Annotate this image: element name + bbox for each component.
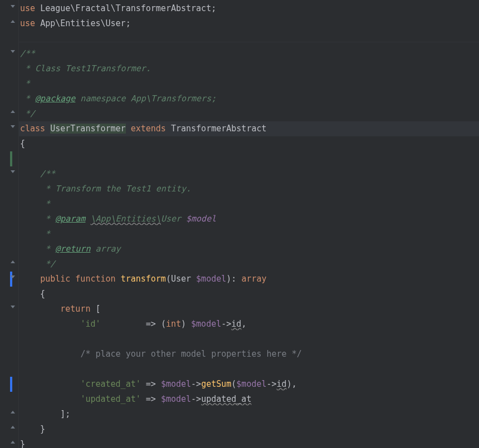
phpdoc-type-class: User bbox=[161, 214, 186, 224]
namespace-path: App\Entities\User bbox=[40, 18, 126, 28]
phpdoc-line: * bbox=[20, 214, 55, 224]
vcs-change-marker bbox=[10, 377, 12, 392]
code-line[interactable]: } bbox=[19, 422, 479, 437]
fold-marker[interactable] bbox=[9, 274, 16, 281]
vcs-change-marker bbox=[10, 151, 12, 166]
code-line[interactable]: { bbox=[19, 136, 479, 151]
property-updated-at: updated_at bbox=[201, 394, 251, 404]
variable: $model bbox=[161, 394, 191, 404]
namespace-path: League\Fractal\TransformerAbstract bbox=[40, 3, 211, 13]
phpdoc-line: * Class Test1Transformer. bbox=[20, 63, 151, 73]
phpdoc-line: * bbox=[20, 78, 30, 88]
fold-marker[interactable] bbox=[9, 4, 16, 11]
phpdoc-tag-package: @package bbox=[35, 93, 75, 104]
bracket-close: ]; bbox=[60, 409, 70, 419]
fold-marker[interactable] bbox=[9, 440, 16, 446]
phpdoc-text: namespace App\Transformers; bbox=[75, 93, 216, 104]
fold-marker[interactable] bbox=[9, 49, 16, 56]
fold-marker[interactable] bbox=[9, 169, 16, 176]
code-line[interactable]: * @param \App\Entities\User $model bbox=[19, 211, 479, 227]
phpdoc-variable: $model bbox=[186, 214, 216, 224]
code-line[interactable]: public function transform(User $model): … bbox=[19, 272, 479, 287]
keyword-function: function bbox=[75, 274, 115, 284]
inline-comment: /* place your other model properties her… bbox=[80, 349, 301, 359]
double-arrow: => bbox=[146, 319, 161, 329]
brace-close: } bbox=[20, 439, 25, 448]
code-line[interactable]: } bbox=[19, 437, 479, 448]
keyword-use: use bbox=[20, 3, 40, 13]
code-line[interactable]: class UserTransformer extends Transforme… bbox=[19, 121, 479, 136]
fold-marker[interactable] bbox=[9, 19, 16, 26]
code-line[interactable]: * @package namespace App\Transformers; bbox=[19, 91, 479, 106]
code-line[interactable]: * bbox=[19, 196, 479, 211]
code-line[interactable]: * Transform the Test1 entity. bbox=[19, 181, 479, 196]
code-line[interactable]: use League\Fractal\TransformerAbstract; bbox=[19, 1, 479, 16]
code-line[interactable]: * bbox=[19, 227, 479, 242]
semicolon: ; bbox=[211, 3, 216, 13]
fold-marker[interactable] bbox=[9, 410, 16, 416]
code-line[interactable]: * Class Test1Transformer. bbox=[19, 61, 479, 76]
keyword-use: use bbox=[20, 18, 40, 28]
code-line[interactable]: 'created_at' => $model->getSum($model->i… bbox=[19, 377, 479, 392]
phpdoc-tag-param: @param bbox=[55, 214, 85, 224]
bracket-open: [ bbox=[90, 304, 100, 314]
class-name: UserTransformer bbox=[50, 124, 125, 134]
code-line[interactable]: */ bbox=[19, 257, 479, 272]
code-line[interactable]: return [ bbox=[19, 302, 479, 317]
variable: $model bbox=[191, 319, 221, 329]
code-line[interactable]: * @return array bbox=[19, 242, 479, 257]
return-type: array bbox=[241, 274, 266, 284]
code-line[interactable]: { bbox=[19, 287, 479, 302]
param-variable: $model bbox=[196, 274, 226, 284]
brace-close: } bbox=[20, 424, 45, 434]
code-editor[interactable]: use League\Fractal\TransformerAbstract; … bbox=[19, 0, 479, 448]
double-arrow: => bbox=[146, 379, 161, 389]
editor-gutter bbox=[0, 0, 19, 448]
keyword-extends: extends bbox=[131, 124, 166, 134]
code-line[interactable]: 'id' => (int) $model->id, bbox=[19, 317, 479, 332]
code-line[interactable]: */ bbox=[19, 106, 479, 121]
array-key: 'updated_at' bbox=[80, 394, 140, 404]
code-line[interactable] bbox=[19, 362, 479, 377]
fold-marker[interactable] bbox=[9, 124, 16, 131]
code-line[interactable]: /** bbox=[19, 166, 479, 181]
phpdoc-open: /** bbox=[20, 48, 35, 58]
phpdoc-type-ns: \App\Entities\ bbox=[90, 214, 160, 224]
code-line[interactable]: * bbox=[19, 76, 479, 91]
code-line[interactable] bbox=[19, 31, 479, 46]
method-name: transform bbox=[121, 274, 166, 284]
code-line[interactable]: /* place your other model properties her… bbox=[19, 347, 479, 362]
code-line[interactable]: 'updated_at' => $model->updated_at bbox=[19, 392, 479, 407]
code-line[interactable]: ]; bbox=[19, 407, 479, 422]
parent-class: TransformerAbstract bbox=[171, 124, 267, 134]
phpdoc-open: /** bbox=[20, 169, 55, 179]
fold-marker[interactable] bbox=[9, 304, 16, 311]
semicolon: ; bbox=[126, 18, 131, 28]
phpdoc-close: */ bbox=[20, 109, 35, 119]
phpdoc-close: */ bbox=[20, 259, 55, 269]
property-id: id bbox=[277, 379, 287, 389]
phpdoc-line: * bbox=[20, 93, 35, 104]
phpdoc-line: * bbox=[20, 199, 50, 209]
code-line[interactable] bbox=[19, 151, 479, 166]
phpdoc-tag-return: @return bbox=[55, 244, 90, 254]
variable: $model bbox=[236, 379, 266, 389]
double-arrow: => bbox=[146, 394, 161, 404]
code-line[interactable]: /** bbox=[19, 46, 479, 61]
fold-marker[interactable] bbox=[9, 109, 16, 116]
phpdoc-return-type: array bbox=[90, 244, 120, 254]
type-cast: int bbox=[166, 319, 181, 329]
fold-marker[interactable] bbox=[9, 425, 16, 431]
code-line[interactable]: use App\Entities\User; bbox=[19, 16, 479, 31]
fold-marker[interactable] bbox=[9, 259, 16, 266]
property-id: id bbox=[231, 319, 241, 329]
variable: $model bbox=[161, 379, 191, 389]
separator-line bbox=[19, 42, 479, 42]
code-line[interactable] bbox=[19, 332, 479, 347]
keyword-public: public bbox=[40, 274, 70, 284]
phpdoc-line: * Transform the Test1 entity. bbox=[20, 184, 191, 194]
phpdoc-line: * bbox=[20, 229, 50, 239]
array-key: 'id' bbox=[80, 319, 100, 329]
brace-open: { bbox=[20, 139, 25, 149]
param-type: User bbox=[171, 274, 196, 284]
